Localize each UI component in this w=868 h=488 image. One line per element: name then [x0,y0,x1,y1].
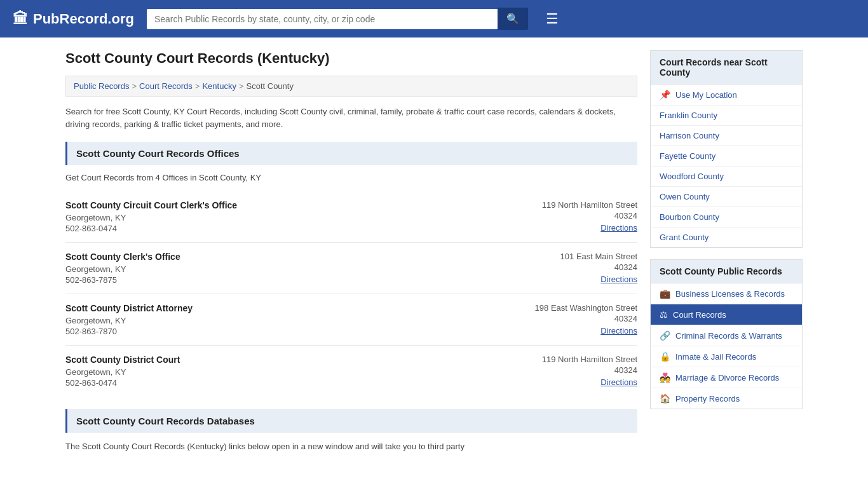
office-city: Georgetown, KY [65,213,237,222]
sidebar: Court Records near Scott County 📌 Use My… [650,50,803,453]
search-bar: 🔍 [147,8,528,30]
nearby-county-label: Fayette County [660,151,715,161]
sidebar-item-label: Criminal Records & Warrants [675,331,782,341]
office-phone: 502-863-7870 [65,327,193,336]
sidebar-item-label: Business Licenses & Records [675,289,785,299]
office-name: Scott County District Court [65,355,180,365]
office-info: Scott County Circuit Court Clerk's Offic… [65,200,237,233]
sidebar-item-label: Marriage & Divorce Records [675,373,779,383]
databases-section-header: Scott County Court Records Databases [65,409,637,433]
house-icon: 🏠 [660,393,670,403]
office-card: Scott County Circuit Court Clerk's Offic… [65,191,637,243]
office-street: 119 North Hamilton Street [542,355,637,364]
hamburger-menu[interactable]: ☰ [546,11,559,27]
breadcrumb-sep-1: > [132,81,137,91]
lock-icon: 🔒 [660,351,670,362]
nearby-county-label: Franklin County [660,111,717,120]
databases-section: Scott County Court Records Databases The… [65,409,637,453]
search-input[interactable] [147,9,498,29]
directions-link[interactable]: Directions [600,377,637,387]
location-icon: 📌 [660,90,670,100]
databases-description: The Scott County Court Records (Kentucky… [65,440,637,453]
directions-link[interactable]: Directions [600,326,637,336]
nearby-county-grant[interactable]: Grant County [651,227,802,247]
logo-icon: 🏛 [13,10,28,28]
directions-link[interactable]: Directions [600,223,637,233]
nearby-county-label: Harrison County [660,131,719,140]
site-header: 🏛 PubRecord.org 🔍 ☰ [0,0,868,37]
nearby-county-woodford[interactable]: Woodford County [651,166,802,187]
sidebar-item-criminal-records[interactable]: 🔗 Criminal Records & Warrants [651,325,802,346]
use-location-item[interactable]: 📌 Use My Location [651,85,802,105]
search-button[interactable]: 🔍 [498,8,528,30]
office-zip: 40324 [542,365,637,375]
office-card: Scott County Clerk's Office Georgetown, … [65,243,637,294]
office-info: Scott County District Attorney Georgetow… [65,303,193,336]
link-icon: 🔗 [660,330,670,341]
office-address: 101 East Main Street 40324 Directions [560,252,637,285]
nearby-counties-box: Court Records near Scott County 📌 Use My… [650,50,803,248]
nearby-county-owen[interactable]: Owen County [651,187,802,207]
breadcrumb-sep-3: > [239,81,244,91]
nearby-county-harrison[interactable]: Harrison County [651,126,802,146]
office-card: Scott County District Court Georgetown, … [65,346,637,396]
breadcrumb-sep-2: > [195,81,200,91]
use-location-label: Use My Location [675,90,737,100]
page-title: Scott County Court Records (Kentucky) [65,50,637,67]
nearby-county-label: Woodford County [660,172,724,181]
directions-link[interactable]: Directions [600,274,637,284]
sidebar-item-court-records[interactable]: ⚖ Court Records [651,304,802,325]
nearby-county-bourbon[interactable]: Bourbon County [651,207,802,227]
nearby-county-label: Grant County [660,233,709,242]
breadcrumb-kentucky[interactable]: Kentucky [202,81,236,91]
offices-section-header: Scott County Court Records Offices [65,142,637,165]
nearby-county-label: Bourbon County [660,212,719,222]
office-info: Scott County Clerk's Office Georgetown, … [65,252,180,285]
sidebar-item-property-records[interactable]: 🏠 Property Records [651,388,802,409]
office-address: 119 North Hamilton Street 40324 Directio… [542,355,637,388]
logo-text: PubRecord.org [33,11,134,27]
nearby-header: Court Records near Scott County [651,51,802,85]
breadcrumb: Public Records > Court Records > Kentuck… [65,76,637,97]
sidebar-item-inmate-records[interactable]: 🔒 Inmate & Jail Records [651,346,802,367]
office-address: 198 East Washington Street 40324 Directi… [535,303,637,336]
public-records-header: Scott County Public Records [651,260,802,283]
briefcase-icon: 💼 [660,288,670,299]
nearby-county-fayette[interactable]: Fayette County [651,146,802,166]
office-street: 198 East Washington Street [535,303,637,313]
search-icon: 🔍 [506,13,519,24]
offices-count: Get Court Records from 4 Offices in Scot… [65,173,637,182]
couple-icon: 💑 [660,372,670,383]
main-content: Scott County Court Records (Kentucky) Pu… [65,50,637,453]
offices-section: Scott County Court Records Offices Get C… [65,142,637,396]
sidebar-item-label: Court Records [673,310,726,320]
nearby-county-label: Owen County [660,192,710,201]
office-city: Georgetown, KY [65,316,193,325]
page-description: Search for free Scott County, KY Court R… [65,105,637,130]
office-zip: 40324 [542,211,637,220]
office-address: 119 North Hamilton Street 40324 Directio… [542,200,637,233]
office-card: Scott County District Attorney Georgetow… [65,294,637,346]
office-phone: 502-863-0474 [65,224,237,233]
page-container: Scott County Court Records (Kentucky) Pu… [53,37,815,466]
sidebar-item-business-licenses[interactable]: 💼 Business Licenses & Records [651,283,802,304]
sidebar-item-label: Property Records [675,394,740,403]
sidebar-item-label: Inmate & Jail Records [675,352,756,362]
office-phone: 502-863-7875 [65,275,180,285]
breadcrumb-court-records[interactable]: Court Records [139,81,193,91]
office-city: Georgetown, KY [65,367,180,377]
office-phone: 502-863-0474 [65,378,180,388]
public-records-box: Scott County Public Records 💼 Business L… [650,259,803,409]
office-name: Scott County Circuit Court Clerk's Offic… [65,200,237,210]
office-city: Georgetown, KY [65,264,180,274]
office-name: Scott County Clerk's Office [65,252,180,262]
breadcrumb-public-records[interactable]: Public Records [74,81,129,91]
site-logo[interactable]: 🏛 PubRecord.org [13,10,134,28]
nearby-county-franklin[interactable]: Franklin County [651,105,802,126]
breadcrumb-scott-county: Scott County [247,81,294,91]
office-zip: 40324 [560,262,637,272]
sidebar-item-marriage-records[interactable]: 💑 Marriage & Divorce Records [651,367,802,388]
office-name: Scott County District Attorney [65,303,193,313]
scales-icon: ⚖ [660,309,668,320]
office-street: 101 East Main Street [560,252,637,261]
